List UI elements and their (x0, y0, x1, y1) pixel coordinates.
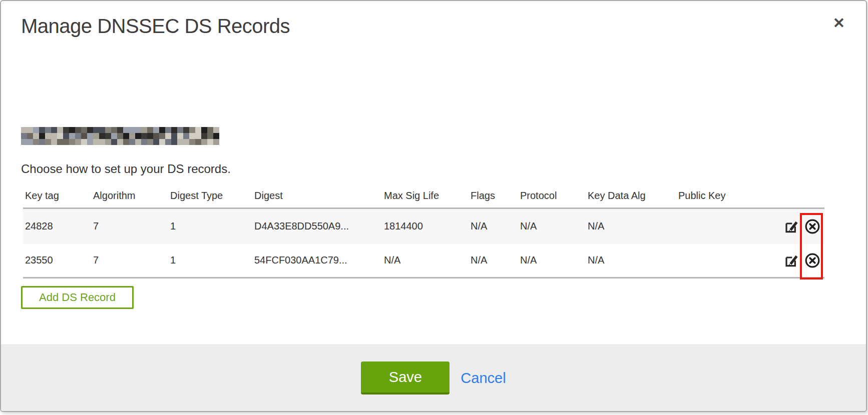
redacted-domain-name (21, 127, 219, 145)
cancel-link[interactable]: Cancel (461, 370, 506, 386)
cell-flags: N/A (469, 244, 518, 278)
save-button[interactable]: Save (361, 362, 450, 394)
delete-record-icon[interactable] (804, 218, 820, 234)
cell-key-tag: 23550 (23, 244, 91, 278)
table-header-row: Key tag Algorithm Digest Type Digest Max… (23, 184, 824, 208)
cell-max-sig-life: N/A (382, 244, 469, 278)
cell-algorithm: 7 (91, 244, 168, 278)
delete-record-icon[interactable] (804, 252, 820, 268)
edit-record-icon[interactable] (783, 218, 799, 234)
cell-public-key (676, 208, 775, 244)
cell-digest: D4A33E8DD550A9... (252, 208, 382, 244)
col-actions (775, 184, 824, 208)
col-protocol: Protocol (518, 184, 586, 208)
cell-key-data-alg: N/A (586, 244, 676, 278)
col-key-data-alg: Key Data Alg (586, 184, 676, 208)
row-actions (775, 244, 824, 278)
setup-instruction-text: Choose how to set up your DS records. (21, 162, 231, 176)
cell-digest-type: 1 (168, 208, 252, 244)
close-icon[interactable]: ✕ (828, 12, 850, 34)
cell-protocol: N/A (518, 244, 586, 278)
ds-records-table: Key tag Algorithm Digest Type Digest Max… (23, 184, 824, 278)
manage-dnssec-modal: Manage DNSSEC DS Records ✕ Choose how to… (0, 0, 867, 412)
col-digest-type: Digest Type (168, 184, 252, 208)
table-row: 24828 7 1 D4A33E8DD550A9... 1814400 N/A … (23, 208, 824, 244)
cell-algorithm: 7 (91, 208, 168, 244)
cell-max-sig-life: 1814400 (382, 208, 469, 244)
cell-flags: N/A (469, 208, 518, 244)
edit-record-icon[interactable] (783, 252, 799, 268)
cell-digest-type: 1 (168, 244, 252, 278)
col-digest: Digest (252, 184, 382, 208)
cell-protocol: N/A (518, 208, 586, 244)
col-max-sig-life: Max Sig Life (382, 184, 469, 208)
row-actions (775, 208, 824, 244)
col-key-tag: Key tag (23, 184, 91, 208)
cell-public-key (676, 244, 775, 278)
cell-digest: 54FCF030AA1C79... (252, 244, 382, 278)
col-flags: Flags (469, 184, 518, 208)
add-ds-record-button[interactable]: Add DS Record (21, 286, 134, 309)
table-row: 23550 7 1 54FCF030AA1C79... N/A N/A N/A … (23, 244, 824, 278)
col-algorithm: Algorithm (91, 184, 168, 208)
page-title: Manage DNSSEC DS Records (21, 15, 290, 38)
cell-key-tag: 24828 (23, 208, 91, 244)
modal-footer: Save Cancel (1, 344, 866, 411)
cell-key-data-alg: N/A (586, 208, 676, 244)
col-public-key: Public Key (676, 184, 775, 208)
